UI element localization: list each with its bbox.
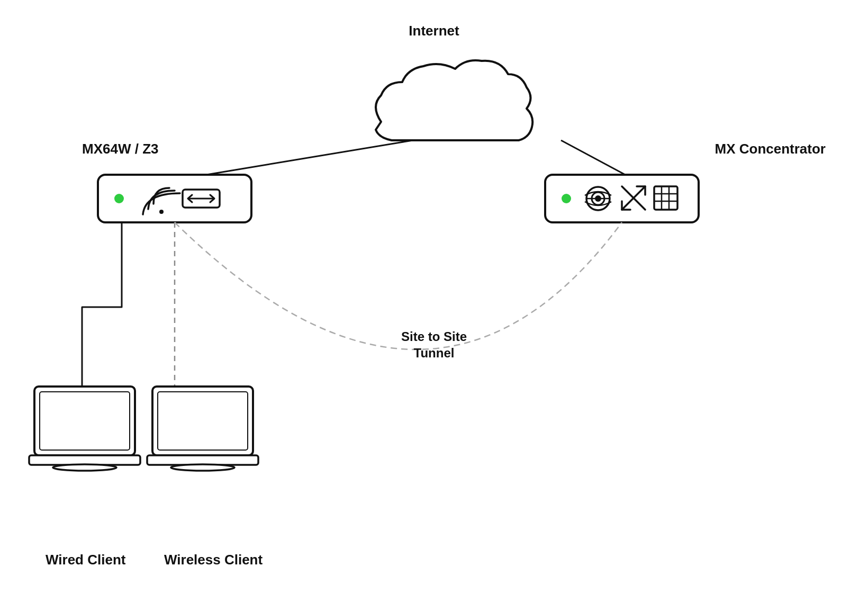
mx64w-led bbox=[114, 194, 124, 203]
mx-concentrator-led bbox=[562, 194, 571, 203]
cloud-icon bbox=[376, 60, 532, 140]
svg-point-2 bbox=[159, 210, 164, 214]
wired-client-label: Wired Client bbox=[46, 551, 125, 569]
diagram-container: Internet MX64W / Z3 MX Concentrator Site… bbox=[0, 0, 868, 593]
mx-concentrator-label: MX Concentrator bbox=[715, 140, 826, 158]
svg-point-8 bbox=[595, 195, 601, 202]
svg-point-24 bbox=[171, 464, 234, 471]
wireless-client-laptop bbox=[147, 387, 258, 471]
wireless-client-label: Wireless Client bbox=[164, 551, 263, 569]
svg-point-20 bbox=[53, 464, 116, 471]
mx64w-label: MX64W / Z3 bbox=[82, 140, 158, 158]
internet-label: Internet bbox=[409, 22, 459, 40]
svg-rect-18 bbox=[40, 392, 130, 450]
svg-rect-22 bbox=[158, 392, 248, 450]
wired-client-laptop bbox=[29, 387, 140, 471]
site-tunnel-label: Site to Site Tunnel bbox=[401, 328, 467, 361]
